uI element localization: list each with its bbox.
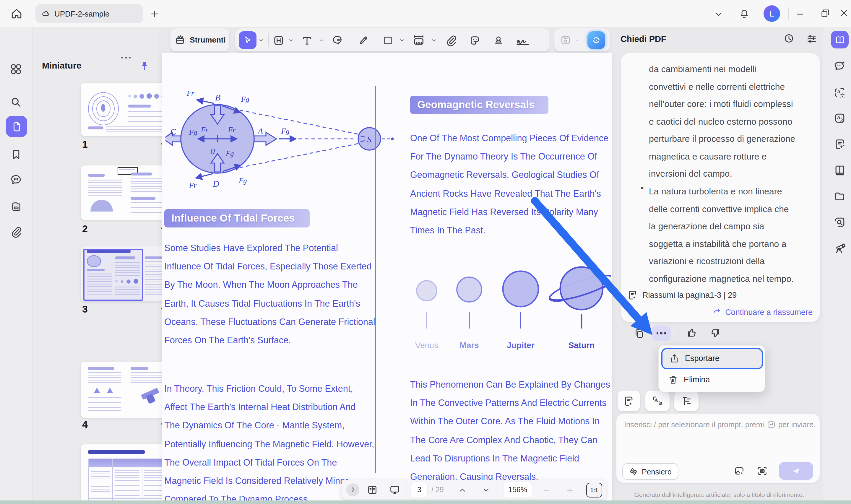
planet-name: Mars (449, 340, 490, 350)
close-button[interactable] (838, 7, 850, 19)
rail-item-translate-selection[interactable]: A文 (830, 85, 849, 101)
summary-reference-label: Riassumi la pagina1-3 | 29 (642, 291, 737, 300)
continue-summarize-link[interactable]: Continuare a riassumere (712, 307, 813, 317)
next-page-button[interactable] (480, 484, 492, 496)
stamp-tool[interactable] (492, 34, 505, 47)
pin-icon (139, 60, 150, 71)
menu-item-export[interactable]: Esportare (661, 348, 763, 369)
signature-tool[interactable] (514, 33, 531, 48)
page-icon (10, 120, 23, 133)
pin-button[interactable] (137, 58, 151, 73)
page-number: 1 (82, 139, 88, 151)
chevron-down-icon (399, 37, 405, 43)
diagram-label-b: B (215, 92, 220, 102)
notifications-button[interactable] (738, 7, 750, 20)
comment-tool[interactable] (332, 34, 345, 47)
continue-label: Continuare a riassumere (725, 308, 813, 317)
planet-name: Saturn (561, 340, 602, 350)
paperclip-icon (10, 226, 22, 238)
thumbs-down-button[interactable] (709, 327, 722, 340)
measure-tool-dropdown[interactable] (430, 37, 437, 44)
chat-sparkle-icon (833, 60, 846, 73)
header-tool[interactable] (272, 34, 285, 47)
sidebar-item-attachments[interactable] (8, 223, 24, 240)
new-tab-button[interactable] (148, 7, 161, 20)
screenshot-button[interactable] (756, 464, 769, 478)
save-button-disabled[interactable] (559, 34, 572, 47)
restore-button[interactable] (819, 7, 831, 19)
sticker-tool[interactable] (468, 34, 481, 47)
previous-page-button[interactable] (456, 484, 468, 496)
page-number-input[interactable]: 3 (411, 482, 427, 497)
folder-sparkle-icon (833, 190, 846, 203)
ai-assistant-button[interactable] (587, 31, 605, 49)
expand-bar-button[interactable] (346, 483, 359, 496)
outline-list-icon (681, 395, 692, 407)
zoom-in-button[interactable] (564, 484, 576, 496)
select-tool-dropdown[interactable] (258, 37, 265, 44)
send-button[interactable] (779, 462, 813, 480)
save-dropdown[interactable] (574, 37, 581, 44)
rail-item-ask-pdf-active[interactable] (831, 31, 849, 49)
ai-swirl-icon (591, 34, 602, 46)
summarize-quick-button[interactable] (618, 391, 640, 411)
tools-label: Strumenti (190, 35, 225, 44)
sidebar-item-thumbnails[interactable] (6, 116, 27, 137)
thinking-mode-button[interactable]: Pensiero (622, 463, 678, 480)
actual-size-button[interactable]: 1:1 (586, 483, 602, 498)
toolbox-icon (174, 34, 186, 46)
attach-image-button[interactable] (733, 464, 746, 478)
minimize-button[interactable] (794, 8, 806, 20)
rail-item-explore[interactable] (830, 240, 849, 256)
more-actions-button[interactable] (652, 326, 671, 341)
diagram-label-fg: Fg (189, 128, 197, 136)
pen-tool[interactable] (357, 34, 370, 47)
select-tool-active[interactable] (239, 31, 256, 49)
avatar[interactable]: L (763, 5, 780, 22)
sidebar-item-fields[interactable] (8, 198, 24, 215)
rail-item-summarize[interactable] (830, 137, 849, 152)
panel-resize-handle[interactable] (121, 57, 131, 59)
text-tool-dropdown[interactable] (318, 37, 325, 44)
rail-item-reader[interactable] (830, 162, 849, 178)
measure-tool[interactable] (411, 33, 426, 47)
image-sparkle-icon (734, 465, 745, 477)
document-tab[interactable]: UPDF-2-sample (35, 4, 143, 23)
collapse-toolbar-button[interactable] (713, 8, 725, 20)
attachment-tool[interactable] (445, 34, 457, 47)
thumbs-up-button[interactable] (685, 326, 699, 339)
panel-title: Miniature (42, 60, 81, 70)
settings-button[interactable] (805, 32, 818, 45)
presentation-button[interactable] (388, 483, 401, 496)
prompt-input[interactable]: Inserisci / per selezionare il prompt, p… (616, 414, 820, 483)
zoom-out-button[interactable] (540, 484, 552, 496)
open-book-sparkle-icon (834, 34, 845, 45)
sidebar-item-search[interactable] (8, 94, 24, 110)
diagram-label-a: A (257, 126, 263, 136)
rail-item-ai-search[interactable] (830, 215, 849, 230)
rail-item-ai-chat[interactable] (830, 58, 849, 74)
home-button[interactable] (8, 5, 25, 22)
summary-reference[interactable]: Riassumi la pagina1-3 | 29 (627, 289, 737, 301)
summary-note-icon (627, 289, 638, 301)
translate-quick-button[interactable]: A文 (645, 391, 670, 411)
search-sparkle-icon (833, 216, 846, 229)
header-tool-dropdown[interactable] (287, 37, 294, 44)
cloud-icon (41, 9, 50, 18)
history-button[interactable] (782, 32, 795, 45)
page-number: 3 (82, 304, 88, 316)
rail-item-translate-page[interactable]: A文 (830, 110, 849, 126)
tools-button[interactable]: Strumenti (170, 29, 229, 51)
menu-item-delete[interactable]: Elimina (661, 371, 761, 389)
zoom-level[interactable]: 156% (504, 482, 532, 497)
outline-quick-button[interactable] (674, 391, 699, 411)
sidebar-item-comments[interactable] (8, 172, 24, 188)
text-tool[interactable] (300, 34, 313, 47)
sidebar-item-overview[interactable] (8, 61, 24, 77)
shape-tool[interactable] (381, 34, 394, 47)
sidebar-item-bookmarks[interactable] (8, 146, 24, 162)
copy-response-button[interactable] (632, 327, 645, 340)
rail-item-ai-files[interactable] (830, 188, 849, 204)
shape-tool-dropdown[interactable] (398, 37, 405, 44)
page-layout-button[interactable] (366, 483, 379, 496)
